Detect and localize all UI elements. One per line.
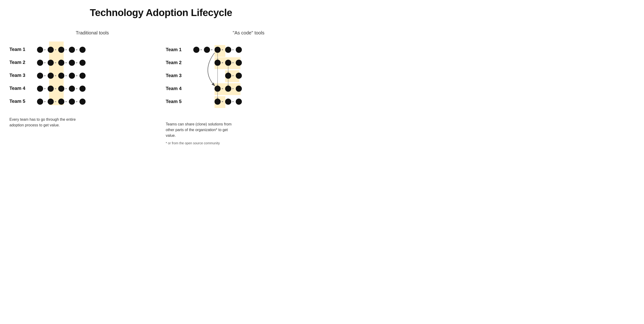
traditional-section: Traditional tools Team 1: [10, 30, 156, 128]
node: [58, 98, 64, 105]
node: [193, 47, 200, 53]
diagrams-container: Traditional tools Team 1: [10, 30, 312, 145]
ascode-team2-label: Team 2: [166, 60, 182, 65]
arrow-icon: [66, 101, 67, 102]
node: [69, 47, 75, 53]
arrow-icon: [76, 62, 78, 64]
ascode-section: "As code" tools: [166, 30, 312, 145]
ascode-subtitle: "As code" tools: [233, 30, 264, 36]
node: [58, 47, 64, 53]
node: [236, 98, 242, 105]
node: [69, 73, 75, 79]
traditional-team5-label: Team 5: [10, 98, 25, 104]
traditional-diagram-area: Team 1 Team 2: [10, 40, 156, 128]
traditional-team1-label: Team 1: [10, 47, 25, 52]
ascode-team1-label: Team 1: [166, 47, 182, 52]
node: [48, 47, 54, 53]
node: [225, 60, 231, 66]
node: [236, 60, 242, 66]
node: [80, 47, 86, 53]
arrow-icon: [44, 101, 46, 102]
traditional-caption: Every team has to go through the entire …: [10, 117, 80, 128]
traditional-team3-label: Team 3: [10, 73, 25, 78]
ascode-note: * or from the open source community: [166, 141, 250, 145]
node: [48, 73, 54, 79]
clone-arc: [208, 53, 215, 86]
node: [214, 98, 221, 105]
page-title: Technology Adoption Lifecycle: [90, 7, 232, 18]
node: [214, 86, 221, 92]
traditional-team4-label: Team 4: [10, 86, 26, 91]
arrow-icon: [76, 49, 78, 50]
arrow-icon: [76, 88, 78, 89]
arrow-icon: [44, 49, 46, 50]
node: [37, 98, 43, 105]
node: [58, 60, 64, 66]
arrow-icon: [232, 101, 234, 102]
node: [37, 73, 43, 79]
node: [80, 60, 86, 66]
arrow-icon: [66, 88, 67, 89]
arrow-icon: [232, 49, 234, 50]
node: [214, 60, 221, 66]
arrow-icon: [200, 49, 202, 50]
node: [80, 98, 86, 105]
arrow-icon: [66, 49, 67, 50]
ascode-diagram-area: Team 1 Team 2: [166, 40, 312, 145]
node: [48, 60, 54, 66]
node: [225, 73, 231, 79]
arrow-icon: [44, 88, 46, 89]
node: [225, 86, 231, 92]
node: [80, 86, 86, 92]
node: [69, 60, 75, 66]
ascode-team5-label: Team 5: [166, 99, 182, 104]
node: [225, 98, 231, 105]
arrow-icon: [66, 62, 67, 64]
node: [225, 47, 231, 53]
ascode-team4-label: Team 4: [166, 86, 182, 91]
arrow-icon: [211, 49, 213, 50]
arrow-icon: [44, 62, 46, 64]
traditional-team2-label: Team 2: [10, 60, 25, 65]
node: [37, 86, 43, 92]
node: [37, 60, 43, 66]
node: [236, 86, 242, 92]
traditional-svg: Team 1 Team 2: [10, 40, 108, 111]
node: [236, 47, 242, 53]
node: [48, 86, 54, 92]
arrow-icon: [76, 75, 78, 76]
node: [236, 73, 242, 79]
arrow-icon: [66, 75, 67, 76]
node: [69, 98, 75, 105]
arrow-icon: [44, 75, 46, 76]
node: [58, 86, 64, 92]
node: [48, 98, 54, 105]
ascode-caption: Teams can share (clone) solutions from o…: [166, 122, 236, 138]
node: [37, 47, 43, 53]
ascode-team3-label: Team 3: [166, 73, 182, 78]
traditional-subtitle: Traditional tools: [76, 30, 109, 36]
node: [58, 73, 64, 79]
node: [204, 47, 210, 53]
node: [214, 47, 221, 53]
node: [69, 86, 75, 92]
arrow-icon: [76, 101, 78, 102]
node: [80, 73, 86, 79]
ascode-svg: Team 1 Team 2: [166, 40, 288, 116]
